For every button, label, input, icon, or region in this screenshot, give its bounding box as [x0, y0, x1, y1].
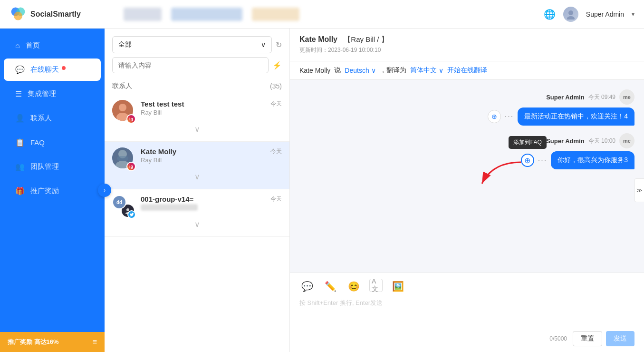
svg-point-2 [14, 11, 22, 20]
platform-badge-kate: ig [126, 162, 136, 171]
chat-main-header: Kate Molly 【Ray Bill / 】 更新时间：2023-06-19… [290, 29, 644, 61]
chat-info-group: 001-group-v14= 今天 [141, 195, 282, 211]
twitter-icon [129, 212, 134, 217]
expand-chevron-icon: › [104, 187, 106, 194]
edit-icon[interactable]: ✏️ [323, 279, 338, 294]
team-icon: 👥 [15, 162, 25, 171]
sidebar-item-promo[interactable]: 🎁 推广奖励 [4, 180, 101, 202]
right-panel-collapse-button[interactable]: ≫ [634, 178, 644, 202]
msg-bubble-1: 最新活动正在热销中，欢迎关注！4 [518, 108, 634, 126]
msg-header-2: me 今天 10:00 Super Admin [546, 133, 634, 148]
chat-item-test[interactable]: ig Test test test 今天 Ray Bill ∨ [105, 94, 289, 142]
expand-chevron-1[interactable]: ∨ [194, 125, 200, 134]
nav-item-3[interactable] [252, 8, 299, 21]
msg-bubble-row-2: 你好，很高兴为你服务3 ··· ⊕ 添加到FAQ [521, 151, 634, 169]
chat-channel-label: 【Ray Bill / 】 [344, 35, 388, 43]
tooltip: 添加到FAQ [509, 136, 547, 149]
chat-item-main: ig Test test test 今天 Ray Bill [112, 100, 282, 123]
sidebar-item-integration[interactable]: ☰ 集成管理 [4, 83, 101, 105]
messages-area: me 今天 09:49 Super Admin 最新活动正在热销中，欢迎关注！4… [290, 80, 644, 273]
promo-icon: 🎁 [15, 186, 25, 196]
chat-icon: 💬 [15, 65, 25, 74]
chat-item-kate[interactable]: ig Kate Molly 今天 Ray Bill ∨ [105, 142, 289, 189]
avatar-stack-kate: ig [112, 147, 135, 170]
to-lang-select[interactable]: 简体中文 ∨ [410, 66, 443, 75]
expand-chevron-group[interactable]: ∨ [194, 220, 200, 229]
msg-add-btn-2[interactable]: ⊕ [521, 154, 534, 167]
search-input[interactable] [112, 57, 269, 73]
user-dropdown-chevron[interactable]: ▾ [632, 11, 634, 18]
input-footer: 0/5000 重置 发送 [299, 331, 634, 346]
header-right: 🌐 Super Admin ▾ [544, 7, 634, 22]
chat-item-group[interactable]: dd 001-group-v14= [105, 189, 289, 237]
sidebar: ⌂ 首页 💬 在线聊天 ☰ 集成管理 👤 联系人 📋 FAQ 👥 团队管理 🎁 … [0, 29, 105, 352]
platform-badge-instagram: ig [126, 114, 136, 124]
tooltip-text: 添加到FAQ [513, 139, 542, 146]
translate-icon[interactable]: A文 [369, 279, 383, 292]
message-row-2: me 今天 10:00 Super Admin 你好，很高兴为你服务3 ··· … [299, 133, 634, 169]
user-avatar [563, 7, 578, 22]
msg-action-dots-2[interactable]: ··· [538, 156, 547, 165]
me-badge-1: me [619, 89, 634, 105]
sidebar-label-team: 团队管理 [30, 162, 59, 171]
sidebar-item-home[interactable]: ⌂ 首页 [4, 34, 101, 57]
filter-select[interactable]: 全部 ∨ [112, 36, 272, 53]
reset-button[interactable]: 重置 [573, 331, 602, 346]
chat-contact-name: Kate Molly [299, 35, 337, 43]
expand-row-kate: ∨ [112, 170, 282, 183]
sidebar-item-faq[interactable]: 📋 FAQ [4, 131, 101, 154]
header-nav [114, 8, 544, 21]
emoji-chat-icon[interactable]: 💬 [299, 279, 315, 294]
promo-banner-text: 推广奖励 高达16% [8, 338, 89, 346]
sidebar-item-chat[interactable]: 💬 在线聊天 [4, 59, 101, 81]
sidebar-expand-button[interactable]: › [98, 184, 111, 197]
nav-item-1[interactable] [124, 8, 162, 21]
chat-preview-group [141, 204, 198, 211]
chat-name-row-1: Test test test 今天 [141, 100, 282, 108]
promo-banner[interactable]: 推广奖励 高达16% ≡ [0, 332, 105, 352]
start-translate-link[interactable]: 开始在线翻译 [447, 66, 487, 75]
from-lang-label: Deutsch [345, 67, 369, 74]
filter-icon[interactable]: ⚡ [272, 61, 282, 70]
avatar-icon [566, 9, 576, 20]
sidebar-label-faq: FAQ [30, 138, 45, 147]
svg-point-6 [119, 104, 126, 111]
msg-time-2: 今天 10:00 [588, 137, 615, 145]
from-lang-select[interactable]: Deutsch ∨ [345, 67, 375, 74]
chat-list-panel: 全部 ∨ ↻ ⚡ 联系人 (35) [105, 29, 290, 352]
input-placeholder: 按 Shift+Enter 换行, Enter发送 [299, 299, 634, 327]
msg-sender-2: Super Admin [546, 137, 584, 145]
input-hint: 按 Shift+Enter 换行, Enter发送 [299, 299, 383, 306]
chat-name-1: Test test test [141, 100, 184, 108]
sidebar-item-contacts[interactable]: 👤 联系人 [4, 107, 101, 129]
refresh-icon[interactable]: ↻ [276, 40, 282, 49]
chat-name-row-kate: Kate Molly 今天 [141, 147, 282, 156]
chat-item-main-kate: ig Kate Molly 今天 Ray Bill [112, 147, 282, 170]
nav-item-2[interactable] [171, 8, 242, 21]
translation-says: 说 [334, 66, 341, 75]
home-icon: ⌂ [15, 41, 20, 50]
image-icon[interactable]: 🖼️ [390, 279, 406, 294]
contacts-icon: 👤 [15, 114, 25, 123]
msg-bubble-2: 你好，很高兴为你服务3 [551, 151, 634, 169]
chat-badge-dot [62, 66, 66, 70]
msg-add-btn-1[interactable]: ⊕ [488, 110, 501, 123]
chat-sub-1: Ray Bill [141, 109, 282, 116]
platform-badge-twitter [127, 210, 136, 219]
chat-list: ig Test test test 今天 Ray Bill ∨ [105, 94, 289, 352]
send-button[interactable]: 发送 [606, 331, 634, 346]
faq-icon: 📋 [15, 138, 25, 147]
input-footer-right: 0/5000 重置 发送 [549, 331, 634, 346]
sidebar-item-team[interactable]: 👥 团队管理 [4, 156, 101, 178]
chat-main-panel: Kate Molly 【Ray Bill / 】 更新时间：2023-06-19… [290, 29, 644, 352]
globe-icon[interactable]: 🌐 [544, 9, 556, 20]
contacts-label: 联系人 [112, 82, 132, 90]
sidebar-label-integration: 集成管理 [28, 89, 56, 98]
emoji-icon[interactable]: 😊 [346, 279, 362, 294]
expand-chevron-kate[interactable]: ∨ [194, 172, 200, 181]
avatar-group: dd [112, 195, 135, 218]
expand-row-1: ∨ [112, 123, 282, 136]
msg-action-dots-1[interactable]: ··· [505, 112, 514, 121]
expand-row-group: ∨ [112, 218, 282, 231]
logo-area: SocialSmartly [10, 6, 114, 23]
